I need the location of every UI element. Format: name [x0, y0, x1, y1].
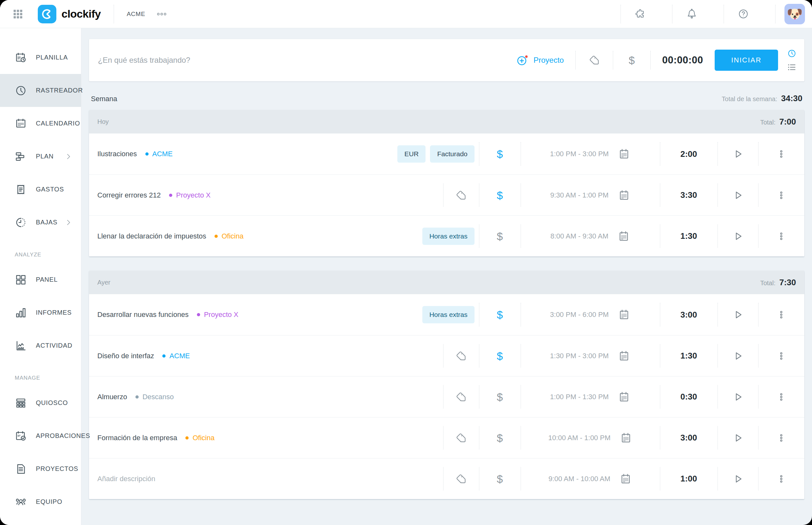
billable-toggle[interactable]: $ — [497, 433, 503, 444]
sidebar-item-calendario[interactable]: CALENDARIO — [0, 107, 81, 140]
continue-entry-button[interactable] — [732, 230, 744, 242]
avatar[interactable]: 🐶 — [784, 4, 805, 24]
entry-time-range[interactable]: 10:00 AM - 1:00 PM — [548, 434, 610, 442]
continue-entry-button[interactable] — [732, 148, 744, 160]
entry-duration[interactable]: 3:00 — [660, 294, 718, 335]
date-picker-button[interactable] — [619, 432, 632, 444]
sidebar-item-gastos[interactable]: GASTOS — [0, 173, 81, 206]
billable-toggle[interactable]: $ — [497, 149, 503, 160]
entry-description[interactable]: Desarrollar nuevas funciones — [97, 311, 189, 319]
billable-toggle[interactable]: $ — [497, 474, 503, 484]
workspace-selector[interactable]: ACME — [127, 11, 145, 18]
continue-entry-button[interactable] — [732, 190, 744, 201]
manual-mode-icon[interactable] — [787, 62, 797, 72]
sidebar-item-panel[interactable]: PANEL — [0, 263, 81, 296]
entry-time-range[interactable]: 9:00 AM - 10:00 AM — [548, 475, 610, 483]
continue-entry-button[interactable] — [732, 432, 744, 444]
sidebar-item-plan[interactable]: PLAN — [0, 140, 81, 173]
sidebar-item-aprobaciones[interactable]: APROBACIONES — [0, 419, 81, 452]
entry-duration[interactable]: 2:00 — [660, 134, 718, 175]
tag-button[interactable] — [456, 190, 467, 201]
entry-menu-button[interactable] — [777, 351, 786, 361]
dots-horizontal-icon[interactable] — [156, 9, 167, 19]
billable-toggle[interactable]: $ — [497, 190, 503, 201]
billable-toggle[interactable]: $ — [497, 350, 503, 361]
entry-project[interactable]: ACME — [162, 352, 190, 360]
entry-time-range[interactable]: 3:00 PM - 6:00 PM — [550, 311, 609, 319]
puzzle-icon[interactable] — [635, 8, 646, 19]
help-icon[interactable] — [738, 8, 749, 19]
entry-time-range[interactable]: 9:30 AM - 1:00 PM — [550, 191, 608, 199]
entry-description[interactable]: Diseño de interfaz — [97, 352, 154, 360]
tag-chip[interactable]: Facturado — [430, 145, 475, 163]
entry-description[interactable]: Formación de la empresa — [97, 434, 177, 442]
entry-duration[interactable]: 3:30 — [660, 175, 718, 215]
entry-description[interactable]: Llenar la declaración de impuestos — [97, 232, 206, 240]
entry-duration[interactable]: 1:30 — [660, 216, 718, 256]
entry-project[interactable]: Descanso — [135, 393, 174, 401]
continue-entry-button[interactable] — [732, 309, 744, 320]
entry-menu-button[interactable] — [777, 231, 786, 241]
date-picker-button[interactable] — [617, 230, 630, 243]
entry-menu-button[interactable] — [777, 149, 786, 159]
date-picker-button[interactable] — [618, 349, 630, 362]
billable-toggle[interactable]: $ — [497, 391, 503, 402]
entry-project[interactable]: Oficina — [214, 232, 243, 240]
entry-duration[interactable]: 1:00 — [660, 459, 718, 499]
date-picker-button[interactable] — [618, 148, 630, 160]
bell-icon[interactable] — [686, 8, 697, 19]
billable-toggle[interactable]: $ — [497, 231, 503, 242]
start-button[interactable]: INICIAR — [715, 50, 778, 71]
sidebar-item-actividad[interactable]: ACTIVIDAD — [0, 329, 81, 362]
tag-chip[interactable]: Horas extras — [422, 228, 475, 245]
select-project-button[interactable]: Proyecto — [516, 54, 564, 66]
description-input[interactable] — [92, 56, 516, 65]
tag-chip[interactable]: Horas extras — [422, 306, 475, 323]
date-picker-button[interactable] — [618, 308, 630, 321]
tag-button[interactable] — [456, 474, 467, 484]
billable-toggle[interactable]: $ — [629, 55, 635, 65]
entry-menu-button[interactable] — [777, 433, 786, 443]
sidebar-item-informes[interactable]: INFORMES — [0, 296, 81, 329]
tag-chip[interactable]: EUR — [397, 145, 425, 163]
date-picker-button[interactable] — [618, 391, 630, 403]
billable-toggle[interactable]: $ — [497, 309, 503, 320]
entry-project[interactable]: Proyecto X — [197, 311, 239, 319]
entry-duration[interactable]: 3:00 — [660, 417, 718, 458]
timer-mode-icon[interactable] — [787, 49, 797, 58]
entry-project[interactable]: Oficina — [185, 434, 214, 442]
tag-button[interactable] — [456, 391, 467, 402]
sidebar-item-rastreador[interactable]: RASTREADOR — [0, 74, 81, 107]
entry-play-cell — [718, 417, 758, 458]
continue-entry-button[interactable] — [732, 350, 744, 362]
entry-menu-button[interactable] — [777, 310, 786, 319]
entry-project[interactable]: ACME — [145, 150, 173, 158]
entry-project[interactable]: Proyecto X — [169, 191, 211, 199]
date-picker-button[interactable] — [618, 189, 630, 202]
entry-description[interactable]: Añadir descripción — [97, 475, 155, 483]
entry-description[interactable]: Ilustraciones — [97, 150, 137, 158]
entry-menu-button[interactable] — [777, 191, 786, 200]
entry-time-range[interactable]: 8:00 AM - 9:30 AM — [551, 232, 608, 240]
tag-icon[interactable] — [589, 55, 600, 65]
entry-description[interactable]: Almuerzo — [97, 393, 127, 401]
tag-button[interactable] — [456, 433, 467, 444]
entry-time-range[interactable]: 1:30 PM - 3:00 PM — [550, 352, 609, 360]
entry-duration[interactable]: 0:30 — [660, 376, 718, 417]
sidebar-item-proyectos[interactable]: PROYECTOS — [0, 452, 81, 485]
date-picker-button[interactable] — [619, 472, 632, 485]
continue-entry-button[interactable] — [732, 473, 744, 485]
sidebar-item-bajas[interactable]: BAJAS — [0, 206, 81, 239]
sidebar-item-quiosco[interactable]: QUIOSCO — [0, 386, 81, 419]
entry-duration[interactable]: 1:30 — [660, 335, 718, 376]
entry-menu-button[interactable] — [777, 474, 786, 484]
sidebar-item-equipo[interactable]: EQUIPO — [0, 485, 81, 518]
entry-menu-button[interactable] — [777, 392, 786, 402]
entry-time-range[interactable]: 1:00 PM - 1:30 PM — [550, 393, 609, 401]
entry-description[interactable]: Corregir errores 212 — [97, 191, 161, 199]
sidebar-item-planilla[interactable]: PLANILLA — [0, 41, 81, 74]
tag-button[interactable] — [456, 350, 467, 361]
continue-entry-button[interactable] — [732, 391, 744, 403]
entry-time-range[interactable]: 1:00 PM - 3:00 PM — [550, 150, 609, 158]
apps-grid-icon[interactable] — [12, 8, 24, 20]
